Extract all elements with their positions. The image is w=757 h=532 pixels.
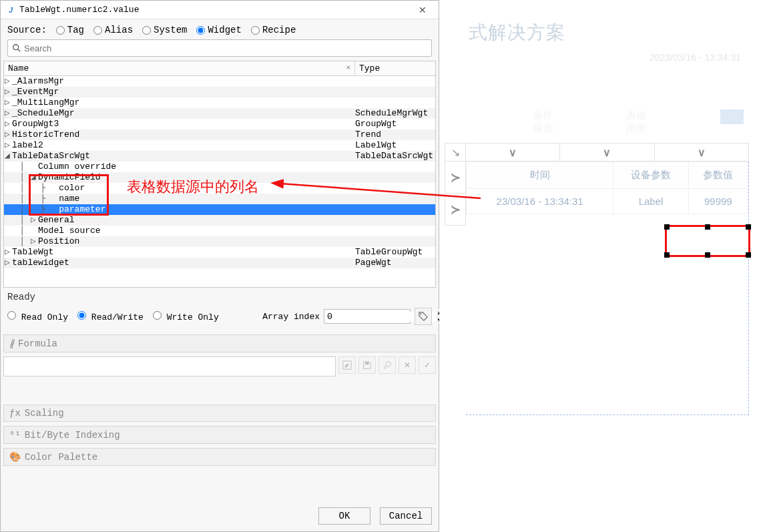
formula-wrench-button[interactable] (378, 356, 396, 374)
formula-save-button[interactable] (358, 356, 376, 374)
designer-background: 式解决方案 2023/03/16 - 13:34:31 条件筛选: 表格排序: … (439, 0, 757, 532)
row-gutter: ≻ ≻ (445, 162, 466, 415)
dialog-button-bar: OK Cancel (1, 501, 439, 531)
select-all-corner[interactable]: ↘ (445, 143, 466, 162)
source-radio-tag[interactable]: Tag (56, 25, 84, 35)
cancel-button[interactable]: Cancel (380, 507, 432, 525)
tag-link-button[interactable] (415, 308, 432, 325)
formula-icon: ∦ (9, 338, 14, 349)
search-icon (12, 43, 21, 53)
expander-icon[interactable]: ▷ (4, 258, 11, 268)
tree-header-type[interactable]: Type (355, 61, 435, 75)
tree-row[interactable]: ▷_ScheduleMgrScheduleMgrWgt (4, 108, 435, 119)
source-radio-alias[interactable]: Alias (93, 25, 133, 35)
cell-value[interactable]: 99999 (688, 189, 748, 214)
pencil-box-icon (342, 360, 352, 370)
tree-row[interactable]: │ ├ name (4, 194, 435, 204)
tree-header: Name✕ Type (4, 61, 435, 76)
radio-read-write[interactable]: Read/Write (77, 311, 144, 322)
sort-chip (720, 109, 744, 124)
section-scaling-head[interactable]: ƒx Scaling (3, 405, 436, 422)
col-tick[interactable]: ∨ (466, 143, 560, 162)
row-tick[interactable]: ≻ (445, 162, 466, 194)
tree-row[interactable]: │ Model source (4, 226, 435, 236)
page-title: 式解决方案 (439, 0, 757, 52)
row-tick[interactable]: ≻ (445, 194, 466, 226)
svg-point-0 (13, 45, 19, 50)
tree-row[interactable]: │ ◢DynamicField (4, 172, 435, 183)
svg-line-1 (18, 49, 21, 52)
radio-read-only[interactable]: Read Only (7, 311, 68, 322)
tree-row[interactable]: ▷_AlarmsMgr (4, 76, 435, 87)
close-column-icon[interactable]: ✕ (346, 63, 350, 71)
canvas[interactable]: 时间 设备参数 参数值 23/03/16 - 13:34:31 Label 99… (466, 162, 749, 415)
titlebar: J TableWgt.numeric2.value ✕ (1, 1, 439, 19)
tree-row[interactable]: ▷HistoricTrendTrend (4, 129, 435, 140)
col-tick[interactable]: ∨ (560, 143, 654, 162)
close-button[interactable]: ✕ (412, 3, 433, 17)
formula-input[interactable] (3, 356, 336, 376)
source-radio-widget[interactable]: Widget (196, 25, 241, 35)
preview-table: 时间 设备参数 参数值 23/03/16 - 13:34:31 Label 99… (466, 162, 748, 214)
col-tick[interactable]: ∨ (655, 143, 749, 162)
source-label: Source: (7, 25, 47, 35)
expander-icon[interactable]: ▷ (4, 97, 11, 108)
source-bar: Source: Tag Alias System Widget Recipe (1, 19, 439, 39)
tree-row[interactable]: ▷_MultiLangMgr (4, 97, 435, 108)
tree-row[interactable]: │ ├ parameter (4, 204, 435, 215)
bitbyte-icon: ⁰¹ (9, 429, 21, 441)
tree-row[interactable]: ▷_EventMgr (4, 87, 435, 97)
dialog-title: TableWgt.numeric2.value (19, 5, 412, 15)
tree-body[interactable]: ▷_AlarmsMgr▷_EventMgr▷_MultiLangMgr▷_Sch… (4, 76, 435, 287)
source-radio-recipe[interactable]: Recipe (251, 25, 296, 35)
search-box[interactable] (7, 39, 432, 57)
svg-point-2 (420, 313, 421, 314)
ok-button[interactable]: OK (318, 507, 370, 525)
array-index-stepper[interactable]: ▲▼ (324, 309, 411, 324)
expander-icon[interactable]: ▷ (30, 236, 37, 247)
formula-apply-button[interactable]: ✓ (419, 356, 436, 374)
page-datetime: 2023/03/16 - 13:34:31 (439, 52, 757, 63)
expander-icon[interactable]: ▷ (4, 76, 11, 87)
expander-icon[interactable]: ▷ (4, 108, 11, 119)
section-formula-head[interactable]: ∦ Formula (3, 334, 436, 352)
th-time: 时间 (467, 162, 613, 189)
expander-icon[interactable]: ▷ (4, 87, 11, 97)
formula-clear-button[interactable]: ✕ (399, 356, 416, 374)
expander-icon[interactable]: ▷ (4, 129, 11, 140)
section-bitbyte: ⁰¹ Bit/Byte Indexing (3, 426, 436, 444)
tree-row[interactable]: ▷GroupWgt3GroupWgt (4, 119, 435, 129)
search-input[interactable] (24, 43, 427, 53)
status-text: Ready (1, 288, 439, 305)
tree-row[interactable]: ▷TableWgtTableGroupWgt (4, 247, 435, 258)
tree-row[interactable]: │ ├ color (4, 183, 435, 194)
expander-icon[interactable]: ▷ (30, 215, 37, 226)
th-value: 参数值 (688, 162, 748, 189)
section-bitbyte-head[interactable]: ⁰¹ Bit/Byte Indexing (3, 426, 436, 444)
radio-write-only[interactable]: Write Only (153, 311, 219, 322)
wrench-icon (383, 360, 392, 370)
tree-row[interactable]: │ ▷General (4, 215, 435, 226)
array-index-label: Array index (262, 312, 320, 322)
source-radio-system[interactable]: System (142, 25, 187, 35)
expander-icon[interactable]: ◢ (4, 151, 11, 162)
th-param: 设备参数 (613, 162, 688, 189)
expander-icon[interactable]: ▷ (4, 119, 11, 129)
tree-row[interactable]: ◢TableDataSrcWgtTableDataSrcWgt (4, 151, 435, 162)
formula-edit-button[interactable] (338, 356, 356, 374)
tree-header-name[interactable]: Name✕ (4, 61, 355, 75)
tree-row[interactable]: ▷label2LabelWgt (4, 140, 435, 151)
expander-icon[interactable]: ▷ (4, 247, 11, 258)
tree-row[interactable]: │ Column override (4, 162, 435, 172)
expander-icon[interactable]: ▷ (4, 140, 11, 151)
tree-row[interactable]: │ ▷Position (4, 236, 435, 247)
tree-view: Name✕ Type ▷_AlarmsMgr▷_EventMgr▷_MultiL… (3, 61, 436, 288)
filter-label: 条件筛选: (533, 109, 559, 135)
section-palette-head[interactable]: 🎨 Color Palette (3, 448, 436, 466)
svg-rect-4 (365, 362, 368, 365)
tag-browser-dialog: J TableWgt.numeric2.value ✕ Source: Tag … (0, 0, 439, 532)
tree-row[interactable]: ▷tablewidgetPageWgt (4, 258, 435, 268)
section-scaling: ƒx Scaling (3, 405, 436, 422)
formula-row: ✕ ✓ (3, 356, 436, 376)
expander-icon[interactable]: ◢ (30, 172, 37, 183)
